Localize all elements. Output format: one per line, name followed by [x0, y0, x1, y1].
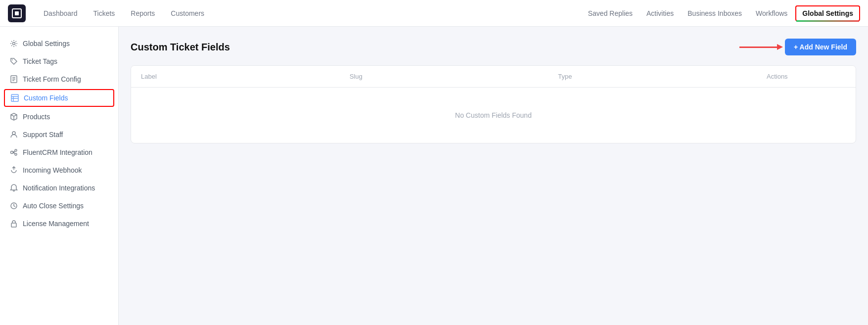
nav-right: Saved Replies Activities Business Inboxe…: [582, 5, 860, 21]
svg-point-4: [12, 132, 15, 135]
svg-point-5: [11, 151, 13, 154]
nav-saved-replies[interactable]: Saved Replies: [582, 6, 639, 20]
nav-business-inboxes[interactable]: Business Inboxes: [682, 6, 748, 20]
sidebar-label-custom-fields: Custom Fields: [24, 94, 68, 102]
sidebar-label-fluentcrm: FluentCRM Integration: [23, 148, 92, 156]
svg-rect-9: [11, 223, 16, 227]
sidebar-label-products: Products: [23, 113, 50, 121]
table-icon: [11, 94, 19, 102]
main-content: Custom Ticket Fields + Add New Field Lab…: [119, 27, 868, 325]
top-navigation: Dashboard Tickets Reports Customers Save…: [0, 0, 868, 27]
user-icon: [10, 131, 18, 139]
sidebar-label-notification-integrations: Notification Integrations: [23, 184, 95, 192]
sidebar-label-auto-close: Auto Close Settings: [23, 202, 84, 210]
nav-global-settings[interactable]: Global Settings: [795, 5, 860, 21]
arrow-hint: [739, 46, 779, 48]
sidebar-label-global-settings: Global Settings: [23, 40, 70, 47]
lock-icon: [10, 220, 18, 228]
sidebar: Global Settings Ticket Tags Ticket Form …: [0, 27, 119, 325]
app-logo[interactable]: [8, 4, 26, 22]
bell-icon: [10, 184, 18, 192]
integration-icon: [10, 148, 18, 156]
add-new-field-button[interactable]: + Add New Field: [785, 39, 856, 55]
col-type: Type: [548, 66, 757, 87]
col-slug: Slug: [340, 66, 548, 87]
svg-point-7: [15, 153, 17, 155]
sidebar-label-ticket-form-config: Ticket Form Config: [23, 75, 81, 83]
clock-icon: [10, 202, 18, 210]
sidebar-item-ticket-form-config[interactable]: Ticket Form Config: [0, 70, 118, 88]
nav-workflows[interactable]: Workflows: [750, 6, 793, 20]
nav-tickets[interactable]: Tickets: [88, 6, 121, 20]
sidebar-item-products[interactable]: Products: [0, 108, 118, 126]
box-icon: [10, 113, 18, 121]
custom-fields-table: Label Slug Type Actions No Custom Fields…: [131, 65, 856, 143]
sidebar-label-support-staff: Support Staff: [23, 131, 63, 139]
sidebar-label-license-management: License Management: [23, 220, 89, 228]
app-layout: Global Settings Ticket Tags Ticket Form …: [0, 27, 868, 325]
sidebar-label-ticket-tags: Ticket Tags: [23, 57, 57, 65]
table-header: Label Slug Type Actions: [131, 66, 856, 88]
sidebar-item-license-management[interactable]: License Management: [0, 215, 118, 232]
nav-reports[interactable]: Reports: [125, 6, 161, 20]
sidebar-item-custom-fields[interactable]: Custom Fields: [4, 89, 114, 107]
sidebar-item-auto-close[interactable]: Auto Close Settings: [0, 197, 118, 215]
sidebar-item-ticket-tags[interactable]: Ticket Tags: [0, 52, 118, 70]
form-icon: [10, 75, 18, 83]
nav-dashboard[interactable]: Dashboard: [38, 6, 84, 20]
nav-activities[interactable]: Activities: [640, 6, 680, 20]
arrow-line: [739, 46, 779, 48]
col-actions: Actions: [757, 66, 856, 87]
sidebar-item-fluentcrm[interactable]: FluentCRM Integration: [0, 143, 118, 161]
svg-point-1: [12, 59, 13, 60]
nav-customers[interactable]: Customers: [165, 6, 210, 20]
svg-point-0: [13, 43, 15, 45]
sidebar-item-global-settings[interactable]: Global Settings: [0, 35, 118, 52]
settings-icon: [10, 40, 18, 47]
tag-icon: [10, 57, 18, 65]
sidebar-item-support-staff[interactable]: Support Staff: [0, 126, 118, 143]
webhook-icon: [10, 166, 18, 174]
nav-left: Dashboard Tickets Reports Customers: [38, 6, 210, 20]
svg-point-6: [15, 149, 17, 151]
table-empty-message: No Custom Fields Found: [131, 88, 856, 143]
sidebar-label-incoming-webhook: Incoming Webhook: [23, 166, 82, 174]
main-header: Custom Ticket Fields + Add New Field: [131, 39, 856, 55]
page-title: Custom Ticket Fields: [131, 42, 230, 53]
col-label: Label: [131, 66, 340, 87]
sidebar-item-incoming-webhook[interactable]: Incoming Webhook: [0, 161, 118, 179]
sidebar-item-notification-integrations[interactable]: Notification Integrations: [0, 179, 118, 197]
svg-rect-3: [11, 94, 18, 101]
header-right: + Add New Field: [739, 39, 856, 55]
